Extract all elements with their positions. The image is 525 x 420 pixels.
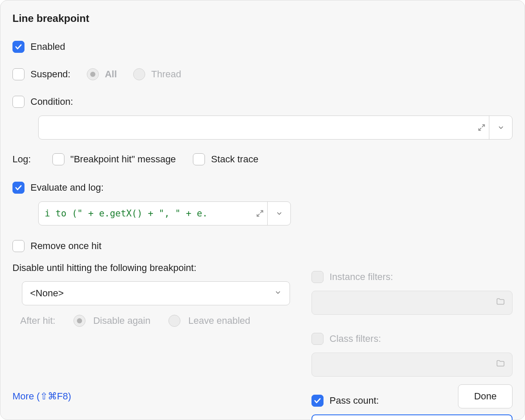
class-filters-label: Class filters: [330, 333, 381, 344]
eval-log-input-wrap: i to (" + e.getX() + ", " + e. [38, 201, 291, 225]
enabled-label: Enabled [31, 41, 65, 52]
instance-filters-checkbox[interactable] [311, 271, 324, 283]
class-filters-input[interactable] [311, 353, 513, 377]
condition-input[interactable] [39, 116, 474, 139]
suspend-thread-label: Thread [151, 69, 181, 80]
suspend-checkbox[interactable] [12, 68, 24, 80]
disable-until-value: <None> [30, 288, 64, 299]
panel-title: Line breakpoint [12, 12, 513, 24]
class-filters-checkbox[interactable] [311, 333, 324, 345]
after-hit-row: After hit: Disable again Leave enabled [20, 315, 291, 327]
remove-once-label: Remove once hit [31, 240, 101, 252]
log-stack-checkbox[interactable] [193, 153, 205, 165]
instance-filters-input[interactable] [311, 291, 513, 315]
suspend-all-radio[interactable] [87, 68, 99, 80]
disable-again-radio[interactable] [73, 315, 85, 327]
after-hit-label: After hit: [20, 315, 55, 326]
chevron-down-icon[interactable] [489, 116, 512, 139]
panel-footer: More (⇧⌘F8) Done [12, 384, 513, 408]
condition-checkbox[interactable] [12, 96, 24, 108]
done-button[interactable]: Done [458, 384, 513, 408]
disable-again-label: Disable again [93, 315, 150, 326]
breakpoint-panel: Line breakpoint Enabled Suspend: All Thr… [0, 0, 525, 420]
leave-enabled-label: Leave enabled [188, 315, 250, 326]
pass-count-input[interactable]: 100 [311, 414, 513, 420]
expand-icon[interactable] [474, 116, 489, 139]
instance-filters-label: Instance filters: [330, 271, 393, 283]
suspend-thread-radio[interactable] [133, 68, 145, 80]
done-label: Done [474, 391, 497, 402]
chevron-down-icon [274, 288, 282, 299]
more-link[interactable]: More (⇧⌘F8) [12, 391, 71, 402]
log-bphit-checkbox[interactable] [52, 153, 64, 165]
folder-icon[interactable] [496, 359, 505, 371]
enabled-row: Enabled [12, 41, 513, 53]
condition-input-wrap [38, 116, 513, 140]
eval-log-row: Evaluate and log: [12, 182, 291, 194]
expand-icon[interactable] [253, 202, 267, 225]
condition-label: Condition: [31, 96, 73, 107]
disable-until-label: Disable until hitting the following brea… [12, 262, 291, 274]
class-filters-row: Class filters: [311, 333, 513, 345]
log-row: Log: "Breakpoint hit" message Stack trac… [12, 153, 291, 165]
log-bphit-label: "Breakpoint hit" message [70, 154, 176, 165]
eval-log-checkbox[interactable] [12, 182, 24, 194]
log-label: Log: [12, 154, 31, 165]
remove-once-checkbox[interactable] [12, 240, 24, 252]
eval-log-label: Evaluate and log: [31, 182, 104, 193]
chevron-down-icon[interactable] [267, 202, 290, 225]
folder-icon[interactable] [496, 297, 505, 309]
suspend-row: Suspend: All Thread [12, 68, 513, 80]
disable-until-select[interactable]: <None> [22, 281, 290, 305]
instance-filters-row: Instance filters: [311, 271, 513, 283]
check-icon [15, 184, 22, 192]
check-icon [15, 43, 22, 51]
eval-log-input[interactable]: i to (" + e.getX() + ", " + e. [39, 202, 253, 225]
suspend-label: Suspend: [31, 69, 70, 80]
remove-once-row: Remove once hit [12, 240, 291, 252]
log-stack-label: Stack trace [211, 154, 258, 165]
condition-row: Condition: [12, 96, 513, 108]
leave-enabled-radio[interactable] [168, 315, 180, 327]
enabled-checkbox[interactable] [12, 41, 24, 53]
suspend-all-label: All [105, 69, 117, 80]
